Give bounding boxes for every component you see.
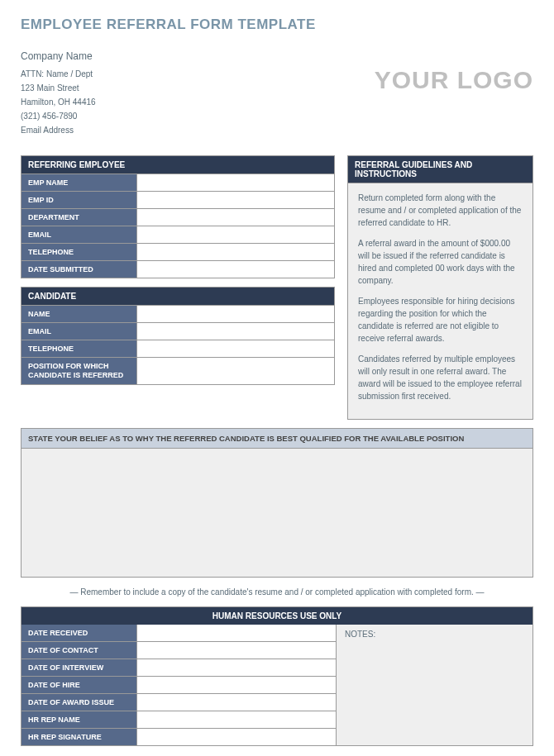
belief-textarea[interactable] xyxy=(21,449,533,577)
ref-email-input[interactable] xyxy=(141,230,331,239)
emp-id-input[interactable] xyxy=(141,195,331,204)
hr-rep-name-input[interactable] xyxy=(141,715,332,724)
referring-header: REFERRING EMPLOYEE xyxy=(21,155,335,174)
hr-date-hire-input[interactable] xyxy=(141,680,332,689)
hr-date-contact-label: DATE OF CONTACT xyxy=(21,642,137,659)
department-label: DEPARTMENT xyxy=(21,209,137,226)
guideline-p2: A referral award in the amount of $000.0… xyxy=(358,237,523,287)
hr-date-received-label: DATE RECEIVED xyxy=(21,625,137,641)
company-attn: ATTN: Name / Dept xyxy=(21,67,96,81)
company-phone: (321) 456-7890 xyxy=(21,109,96,123)
reminder-text: — Remember to include a copy of the cand… xyxy=(21,578,533,606)
guidelines-header: REFERRAL GUIDELINES AND INSTRUCTIONS xyxy=(348,156,533,183)
company-street: 123 Main Street xyxy=(21,81,96,95)
guideline-p3: Employees responsible for hiring decisio… xyxy=(358,295,523,345)
candidate-header: CANDIDATE xyxy=(21,287,335,306)
page-title: EMPLOYEE REFERRAL FORM TEMPLATE xyxy=(21,17,533,33)
hr-date-interview-input[interactable] xyxy=(141,663,332,672)
cand-email-label: EMAIL xyxy=(21,323,137,340)
hr-rep-sig-label: HR REP SIGNATURE xyxy=(21,729,137,745)
ref-telephone-input[interactable] xyxy=(141,247,331,256)
cand-name-label: NAME xyxy=(21,306,137,322)
hr-date-interview-label: DATE OF INTERVIEW xyxy=(21,659,137,676)
emp-name-input[interactable] xyxy=(141,178,331,187)
hr-notes-label: NOTES: xyxy=(345,630,375,639)
guidelines-body: Return completed form along with the res… xyxy=(348,183,533,419)
guideline-p1: Return completed form along with the res… xyxy=(358,192,523,229)
hr-rep-name-label: HR REP NAME xyxy=(21,711,137,728)
date-submitted-input[interactable] xyxy=(141,264,331,273)
hr-date-hire-label: DATE OF HIRE xyxy=(21,677,137,693)
belief-section: STATE YOUR BELIEF AS TO WHY THE REFERRED… xyxy=(21,428,533,578)
cand-telephone-label: TELEPHONE xyxy=(21,340,137,357)
hr-section: HUMAN RESOURCES USE ONLY DATE RECEIVED D… xyxy=(21,606,533,746)
cand-name-input[interactable] xyxy=(141,309,331,318)
ref-telephone-label: TELEPHONE xyxy=(21,244,137,260)
company-name: Company Name xyxy=(21,48,96,64)
hr-date-award-input[interactable] xyxy=(141,697,332,706)
company-block: Company Name ATTN: Name / Dept 123 Main … xyxy=(21,48,96,137)
emp-name-label: EMP NAME xyxy=(21,174,137,191)
guideline-p4: Candidates referred by multiple employee… xyxy=(358,353,523,402)
hr-date-contact-input[interactable] xyxy=(141,645,332,654)
cand-position-input[interactable] xyxy=(141,361,331,370)
date-submitted-label: DATE SUBMITTED xyxy=(21,261,137,278)
belief-header: STATE YOUR BELIEF AS TO WHY THE REFERRED… xyxy=(21,429,533,449)
company-citystate: Hamilton, OH 44416 xyxy=(21,95,96,109)
header-row: Company Name ATTN: Name / Dept 123 Main … xyxy=(21,48,533,137)
hr-date-received-input[interactable] xyxy=(141,628,332,637)
guidelines-panel: REFERRAL GUIDELINES AND INSTRUCTIONS Ret… xyxy=(347,155,533,420)
ref-email-label: EMAIL xyxy=(21,226,137,243)
cand-telephone-input[interactable] xyxy=(141,344,331,353)
cand-position-label: POSITION FOR WHICH CANDIDATE IS REFERRED xyxy=(21,358,137,384)
emp-id-label: EMP ID xyxy=(21,192,137,208)
company-email: Email Address xyxy=(21,123,96,137)
hr-date-award-label: DATE OF AWARD ISSUE xyxy=(21,694,137,711)
left-column: REFERRING EMPLOYEE EMP NAME EMP ID DEPAR… xyxy=(21,155,335,420)
hr-rep-sig-input[interactable] xyxy=(141,732,332,741)
hr-header: HUMAN RESOURCES USE ONLY xyxy=(21,607,533,625)
cand-email-input[interactable] xyxy=(141,326,331,335)
logo-placeholder: YOUR LOGO xyxy=(375,48,533,94)
hr-notes-area: NOTES: xyxy=(336,625,533,745)
department-input[interactable] xyxy=(141,212,331,221)
hr-fields: DATE RECEIVED DATE OF CONTACT DATE OF IN… xyxy=(21,625,336,745)
